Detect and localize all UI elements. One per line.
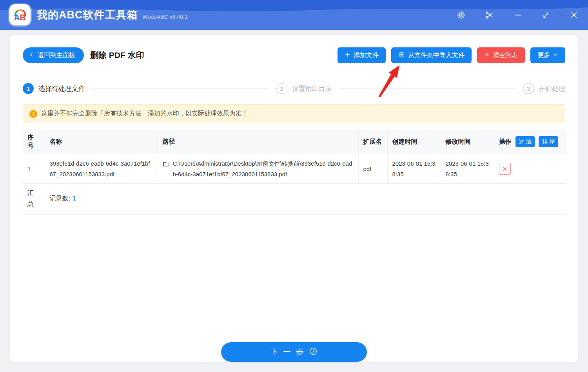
back-button-label: 返回到主面板: [38, 51, 75, 60]
more-label: 更多: [537, 51, 550, 60]
add-files-button[interactable]: 添加文件: [338, 47, 386, 63]
header-ext: 扩展名: [358, 130, 387, 154]
more-button[interactable]: 更多: [530, 47, 565, 63]
header-operations: 操作 过 滤 排 序: [494, 130, 566, 154]
header-name: 名称: [45, 130, 158, 154]
cell-operations: [494, 154, 566, 184]
svg-text:B: B: [20, 13, 25, 22]
svg-text:A: A: [14, 13, 20, 22]
plus-icon: [345, 52, 350, 59]
cell-created: 2023-06-01 15:38:35: [387, 154, 441, 184]
resize-icon[interactable]: [541, 10, 550, 20]
cell-name: 393ef51d-d2c6-eadb-6d4c-3a071ef1bf67_202…: [45, 154, 158, 184]
cell-path: C:\Users\Administrator\Desktop\示例文件\转换前\…: [158, 154, 358, 184]
folder-icon: [163, 161, 170, 168]
cell-ext: pdf: [358, 154, 387, 184]
file-table: 序号 名称 路径 扩展名 创建时间 修改时间 操作 过 滤 排 序: [23, 130, 566, 215]
window-titlebar: A B 我的ABC软件工具箱 WodeABC v6.40.1: [0, 0, 588, 30]
step-2-label: 设置输出目录: [292, 84, 332, 93]
scissors-icon[interactable]: [485, 10, 494, 20]
settings-gear-icon[interactable]: [456, 10, 466, 20]
filter-button[interactable]: 过 滤: [515, 136, 535, 147]
chevron-left-icon: [29, 52, 34, 59]
clear-list-label: 清空列表: [493, 51, 518, 60]
step-1-label: 选择待处理文件: [38, 84, 85, 93]
minimize-icon[interactable]: [513, 10, 522, 20]
record-count-label: 记录数:: [50, 195, 70, 202]
clear-list-button[interactable]: 清空列表: [477, 47, 525, 63]
header-created: 创建时间: [387, 130, 441, 154]
main-area: 返回到主面板 删除 PDF 水印 添加文件 从文件夹中导入文件: [0, 30, 588, 372]
operations-label: 操作: [499, 138, 512, 146]
app-version: WodeABC v6.40.1: [143, 14, 188, 20]
page-title: 删除 PDF 水印: [90, 50, 144, 61]
chevron-down-icon: [553, 52, 558, 59]
header-path: 路径: [158, 130, 358, 154]
step-3-label: 开始处理: [539, 84, 565, 93]
abc-logo-icon: A B: [11, 6, 29, 23]
cell-index: 1: [23, 154, 45, 184]
toolbar: 返回到主面板 删除 PDF 水印 添加文件 从文件夹中导入文件: [10, 35, 578, 71]
import-from-folder-label: 从文件夹中导入文件: [408, 51, 465, 60]
step-3-circle: 3: [523, 83, 534, 94]
circle-arrow-right-icon: [309, 347, 318, 358]
warning-icon: !: [29, 110, 37, 118]
app-logo: A B: [9, 4, 31, 25]
next-step-label: 下 一 步: [270, 347, 305, 357]
add-files-label: 添加文件: [354, 51, 379, 60]
x-icon: [484, 52, 490, 59]
record-count-value: 1: [73, 195, 76, 202]
import-from-folder-button[interactable]: 从文件夹中导入文件: [391, 47, 472, 63]
summary-value: 记录数:1: [45, 184, 566, 215]
content-card: 返回到主面板 删除 PDF 水印 添加文件 从文件夹中导入文件: [10, 34, 578, 362]
back-to-dashboard-button[interactable]: 返回到主面板: [23, 47, 84, 63]
step-connector: [339, 88, 516, 89]
cell-modified: 2023-06-01 15:38:35: [441, 154, 494, 184]
summary-label: 汇总: [23, 184, 45, 215]
step-select-files: 1 选择待处理文件: [23, 83, 85, 94]
delete-row-button[interactable]: [499, 163, 511, 175]
step-connector: [92, 88, 269, 89]
step-start-process: 3 开始处理: [523, 83, 565, 94]
close-icon[interactable]: [569, 10, 579, 20]
path-text: C:\Users\Administrator\Desktop\示例文件\转换前\…: [173, 158, 354, 179]
next-step-button[interactable]: 下 一 步: [221, 342, 367, 362]
step-2-circle: 2: [276, 83, 287, 94]
step-output-dir: 2 设置输出目录: [276, 83, 332, 94]
header-index: 序号: [23, 130, 45, 154]
table-header-row: 序号 名称 路径 扩展名 创建时间 修改时间 操作 过 滤 排 序: [23, 130, 566, 154]
warning-text: 这里并不能完全删除「所有技术方法」添加的水印，以实际处理效果为准！: [41, 110, 248, 118]
app-title: 我的ABC软件工具箱: [37, 8, 138, 22]
sort-button[interactable]: 排 序: [539, 136, 558, 147]
warning-banner: ! 这里并不能完全删除「所有技术方法」添加的水印，以实际处理效果为准！: [23, 104, 565, 123]
table-summary-row: 汇总 记录数:1: [23, 184, 566, 215]
header-modified: 修改时间: [441, 130, 494, 154]
circle-plus-icon: [398, 51, 405, 60]
step-indicator: 1 选择待处理文件 2 设置输出目录 3 开始处理: [10, 71, 578, 94]
step-1-circle: 1: [23, 83, 34, 94]
delete-x-icon: [502, 166, 508, 172]
table-row: 1 393ef51d-d2c6-eadb-6d4c-3a071ef1bf67_2…: [23, 154, 566, 184]
